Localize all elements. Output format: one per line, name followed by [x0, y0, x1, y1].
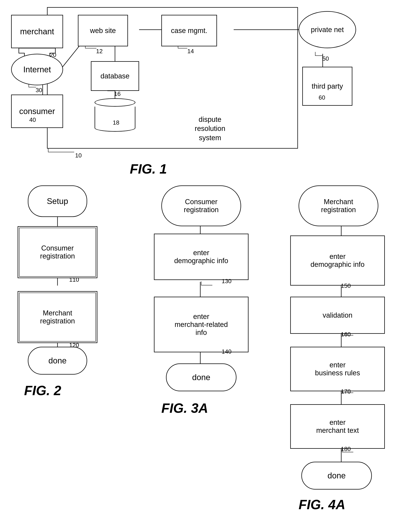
label-50: 50 [322, 55, 329, 62]
dispute-label: disputeresolutionsystem [195, 115, 225, 143]
label-60: 60 [319, 94, 325, 101]
website-box: web site [78, 15, 128, 46]
label-170: 170 [341, 388, 351, 395]
label-30: 30 [36, 87, 42, 94]
label-40: 40 [29, 117, 36, 123]
fig2-setup: Setup [28, 186, 87, 217]
privatenet-oval: private net [298, 11, 356, 48]
fig4a-enter-business: enter business rules [290, 347, 385, 391]
fig1-title: FIG. 1 [130, 161, 167, 177]
label-150: 150 [341, 282, 351, 289]
thirdparty-box: third party [302, 67, 352, 106]
cylinder-storage [94, 98, 135, 132]
fig2-merchant-reg: Merchant registration [18, 291, 97, 343]
fig4a-enter-demo: enter demographic info [290, 236, 385, 286]
label-180: 180 [341, 446, 351, 452]
fig3a-consumer-reg: Consumer registration [161, 186, 241, 226]
label-160: 160 [341, 331, 351, 338]
label-110: 110 [69, 276, 79, 283]
label-18: 18 [113, 119, 119, 126]
page: merchant Internet consumer web site case… [0, 0, 408, 532]
fig3a-title: FIG. 3A [161, 401, 208, 416]
label-16: 16 [114, 91, 121, 97]
merchant-box: merchant [11, 15, 63, 48]
label-10: 10 [75, 152, 82, 159]
label-130: 130 [222, 278, 231, 285]
label-20: 20 [50, 51, 56, 59]
fig2-done: done [28, 347, 87, 375]
internet-oval: Internet [11, 54, 63, 85]
fig4a-done: done [301, 462, 372, 490]
fig3a-enter-merchant: enter merchant-related info [154, 297, 248, 352]
fig4a-enter-text: enter merchant text [290, 404, 385, 449]
label-140: 140 [222, 348, 231, 355]
database-box: database [91, 61, 139, 91]
label-12: 12 [96, 48, 103, 55]
label-14: 14 [187, 48, 194, 55]
fig4a-title: FIG. 4A [298, 497, 345, 512]
consumer-box: consumer [11, 94, 63, 128]
fig3a-done: done [166, 363, 237, 391]
fig2-consumer-reg: Consumer registration [18, 226, 97, 278]
casemgmt-box: case mgmt. [161, 15, 217, 46]
fig3a-enter-demo: enter demographic info [154, 234, 248, 280]
fig4a-merchant-reg: Merchant registration [298, 186, 378, 226]
fig4a-validation: validation [290, 297, 385, 334]
fig2-title: FIG. 2 [24, 383, 61, 398]
